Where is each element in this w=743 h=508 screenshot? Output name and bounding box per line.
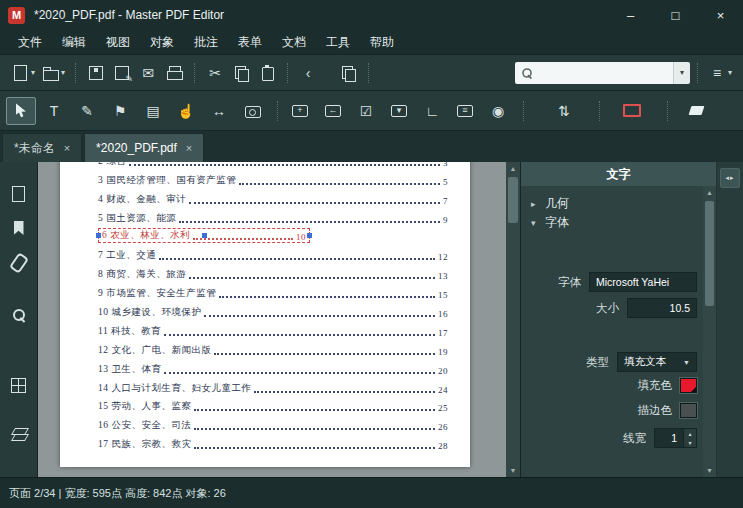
toc-row-11[interactable]: 11 科技、教育17: [98, 323, 448, 342]
combo-box-tool[interactable]: ▾: [384, 97, 414, 125]
toc-row-17[interactable]: 17 民族、宗教、救灾28: [98, 436, 448, 455]
save-button[interactable]: [83, 60, 109, 86]
new-document-button[interactable]: ▾: [8, 60, 38, 86]
scroll-down-arrow[interactable]: ▼: [506, 464, 520, 477]
font-size-field[interactable]: 10.5: [627, 298, 697, 318]
section-font[interactable]: ▾ 字体: [531, 213, 703, 232]
tab-close-icon[interactable]: ×: [64, 142, 70, 154]
cut-button[interactable]: ✂: [202, 60, 228, 86]
edit-angle-tool[interactable]: ∟: [417, 97, 447, 125]
select-tool[interactable]: [6, 97, 36, 125]
attachments-panel-button[interactable]: [5, 249, 33, 277]
menu-item-6[interactable]: 文档: [272, 31, 316, 54]
toc-row-7[interactable]: 7 工业、交通12: [98, 247, 448, 266]
search-box[interactable]: [515, 62, 673, 84]
edit-object-tool[interactable]: ✎: [72, 97, 102, 125]
form-list-tool[interactable]: ▤: [138, 97, 168, 125]
toc-row-16[interactable]: 16 公安、安全、司法26: [98, 417, 448, 436]
toc-row-14[interactable]: 14 人口与计划生育、妇女儿童工作24: [98, 380, 448, 399]
tab-0[interactable]: *未命名×: [2, 133, 82, 162]
pdf-page[interactable]: 2 综合33 国民经济管理、国有资产监管54 财政、金融、审计75 国土资源、能…: [60, 162, 470, 467]
fill-color-swatch[interactable]: [680, 378, 697, 393]
list-box-tool[interactable]: ≡: [450, 97, 480, 125]
layers-panel-button[interactable]: [5, 419, 33, 447]
panel-scrollbar[interactable]: ▲ ▼: [703, 186, 716, 477]
scroll-down-arrow[interactable]: ▼: [703, 464, 716, 477]
tab-1[interactable]: *2020_PDF.pdf×: [84, 133, 204, 162]
menu-item-4[interactable]: 批注: [184, 31, 228, 54]
maximize-button[interactable]: □: [653, 0, 698, 30]
menu-item-1[interactable]: 编辑: [52, 31, 96, 54]
eraser-tool[interactable]: [681, 97, 711, 125]
search-input[interactable]: [536, 67, 670, 79]
scroll-up-arrow[interactable]: ▲: [506, 162, 520, 175]
text-type-dropdown[interactable]: 填充文本 ▼: [617, 352, 697, 372]
close-button[interactable]: ×: [698, 0, 743, 30]
toc-row-13[interactable]: 13 卫生、体育20: [98, 361, 448, 380]
menu-item-2[interactable]: 视图: [96, 31, 140, 54]
scrollbar-track[interactable]: [506, 175, 520, 464]
measure-tool[interactable]: ↔: [204, 97, 234, 125]
line-width-spinner[interactable]: 1 ▴ ▾: [654, 428, 697, 448]
document-scrollbar[interactable]: ▲ ▼: [506, 162, 520, 477]
scrollbar-thumb[interactable]: [705, 201, 714, 306]
scrollbar-thumb[interactable]: [508, 177, 518, 223]
section-geometry[interactable]: ▸ 几何: [531, 194, 703, 213]
toc-row-3[interactable]: 3 国民经济管理、国有资产监管5: [98, 172, 448, 191]
selected-text-object[interactable]: 6 农业、林业、水利10: [98, 228, 310, 243]
paste-button[interactable]: [254, 60, 280, 86]
menu-item-8[interactable]: 帮助: [360, 31, 404, 54]
edit-text-tool[interactable]: T: [39, 97, 69, 125]
checkbox-tool[interactable]: ☑: [351, 97, 381, 125]
menu-item-0[interactable]: 文件: [8, 31, 52, 54]
stroke-color-swatch[interactable]: [680, 403, 697, 418]
toc-row-2[interactable]: 2 综合3: [98, 162, 448, 172]
toc-row-8[interactable]: 8 商贸、海关、旅游13: [98, 266, 448, 285]
snapshot-tool[interactable]: [237, 97, 267, 125]
menu-item-7[interactable]: 工具: [316, 31, 360, 54]
radio-button-tool[interactable]: ◉: [483, 97, 513, 125]
menu-item-5[interactable]: 表单: [228, 31, 272, 54]
line-spacing-tool[interactable]: ⇅: [549, 97, 579, 125]
selection-handle[interactable]: [96, 233, 101, 238]
pages-panel-button[interactable]: [5, 180, 33, 208]
selection-handle[interactable]: [307, 233, 312, 238]
scrollbar-track[interactable]: [703, 199, 716, 464]
search-panel-button[interactable]: [5, 301, 33, 329]
search-options-dropdown[interactable]: ▾: [673, 62, 690, 84]
toolbar-separator: [277, 101, 278, 121]
panel-toggle-button[interactable]: ◂▸: [720, 168, 740, 188]
hand-tool[interactable]: ☝: [171, 97, 201, 125]
rectangle-annotation-tool[interactable]: [617, 97, 647, 125]
spin-down-button[interactable]: ▾: [684, 438, 696, 447]
spin-up-button[interactable]: ▴: [684, 429, 696, 438]
toc-row-9[interactable]: 9 市场监管、安全生产监管15: [98, 285, 448, 304]
open-file-button[interactable]: ▾: [38, 60, 68, 86]
toc-row-15[interactable]: 15 劳动、人事、监察25: [98, 399, 448, 418]
back-button[interactable]: ‹: [295, 60, 321, 86]
font-family-field[interactable]: Microsoft YaHei: [589, 272, 697, 292]
line-width-value[interactable]: 1: [654, 428, 684, 448]
menu-item-3[interactable]: 对象: [140, 31, 184, 54]
scroll-up-arrow[interactable]: ▲: [703, 186, 716, 199]
selection-handle[interactable]: [202, 233, 207, 238]
toc-row-6[interactable]: 6 农业、林业、水利10: [98, 229, 448, 248]
print-button[interactable]: [161, 60, 187, 86]
save-as-button[interactable]: [109, 60, 135, 86]
minimize-button[interactable]: –: [608, 0, 653, 30]
toc-row-5[interactable]: 5 国土资源、能源9: [98, 210, 448, 229]
push-button-tool[interactable]: ←: [318, 97, 348, 125]
toc-row-12[interactable]: 12 文化、广电、新闻出版19: [98, 342, 448, 361]
select-text-tool[interactable]: ⚑: [105, 97, 135, 125]
toc-row-4[interactable]: 4 财政、金融、审计7: [98, 191, 448, 210]
pages-view-button[interactable]: [335, 60, 361, 86]
bookmarks-panel-button[interactable]: [5, 214, 33, 242]
toc-row-10[interactable]: 10 城乡建设、环境保护16: [98, 304, 448, 323]
document-area[interactable]: 2 综合33 国民经济管理、国有资产监管54 财政、金融、审计75 国土资源、能…: [38, 162, 520, 477]
text-field-tool[interactable]: +: [285, 97, 315, 125]
form-fields-panel-button[interactable]: [5, 371, 33, 399]
copy-button[interactable]: [228, 60, 254, 86]
email-button[interactable]: ✉: [135, 60, 161, 86]
toolbar-overflow-menu-button[interactable]: ≡ ▾: [705, 60, 735, 86]
tab-close-icon[interactable]: ×: [186, 142, 192, 154]
